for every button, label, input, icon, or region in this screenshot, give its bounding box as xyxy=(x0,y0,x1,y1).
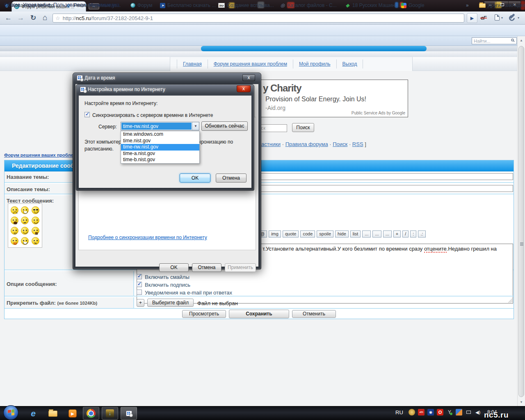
taskbar-explorer-icon[interactable] xyxy=(47,408,59,419)
extension-icon[interactable]: cF xyxy=(481,15,486,21)
bookmark-item[interactable]: Google xyxy=(401,2,425,8)
bookmark-star-icon[interactable]: ☆ xyxy=(55,15,60,21)
sync-checkbox-label[interactable]: Синхронизировать с сервером времени в Ин… xyxy=(92,112,213,118)
home-icon[interactable]: ⌂ xyxy=(43,11,47,24)
volume-icon[interactable]: ◀) xyxy=(475,409,481,415)
menu-item[interactable]: Мультимедиа xyxy=(89,2,119,8)
smileys-checkbox[interactable] xyxy=(137,274,142,279)
bb-button[interactable]: img xyxy=(269,231,281,237)
taskbar-ie-icon[interactable]: e xyxy=(27,408,39,419)
cancel-edit-button[interactable]: Отменить xyxy=(292,310,336,318)
network-activity-icon[interactable]: ◉ xyxy=(427,409,434,415)
smiley-laugh-icon[interactable] xyxy=(21,237,29,245)
nav-link-logout[interactable]: Выход xyxy=(337,59,363,68)
link-rss[interactable]: RSS xyxy=(352,141,363,147)
smiley-tongue-icon[interactable] xyxy=(11,237,18,245)
page-menu-caret-icon[interactable]: ▾ xyxy=(501,16,503,20)
taskbar-media-player-icon[interactable]: ▶ xyxy=(66,408,79,419)
ntp-close-icon[interactable]: x xyxy=(237,85,251,92)
bb-button[interactable]: ... xyxy=(362,231,371,237)
server-combobox[interactable]: time-nw.nist.gov ▼ xyxy=(121,122,199,130)
email-notify-checkbox-label[interactable]: Уведомления на e-mail при ответах xyxy=(145,290,232,296)
smiley-angry-icon[interactable] xyxy=(11,206,18,214)
server-option[interactable]: time.windows.com xyxy=(121,131,199,138)
smiley-smile-icon[interactable] xyxy=(21,227,29,235)
reload-icon[interactable]: ↻ xyxy=(30,12,36,24)
other-bookmarks-button[interactable]: Другие закладки xyxy=(479,2,525,8)
bookmark-item[interactable]: ➤Бесплатно скачать ... xyxy=(160,2,216,8)
datetime-apply-button[interactable]: Применить xyxy=(225,263,256,272)
find-input[interactable] xyxy=(472,37,517,44)
signature-checkbox-label[interactable]: Включить подпись xyxy=(145,282,190,288)
server-option[interactable]: time.nist.gov xyxy=(121,138,199,144)
taskbar-chrome-button[interactable] xyxy=(83,407,99,420)
smileys-checkbox-label[interactable]: Включить смайлы xyxy=(145,274,189,280)
choose-file-button[interactable]: Выберите файл xyxy=(147,299,194,307)
signature-checkbox[interactable] xyxy=(137,282,142,287)
add-file-button[interactable]: + xyxy=(137,299,144,307)
ntp-ok-button[interactable]: OK xyxy=(180,173,210,183)
smiley-wink-icon[interactable] xyxy=(32,217,39,224)
smiley-grin-icon[interactable] xyxy=(21,206,29,214)
smiley-smirk-icon[interactable] xyxy=(21,217,29,224)
bb-button[interactable]: .: xyxy=(418,231,425,237)
go-icon[interactable]: ▶ xyxy=(467,13,477,23)
sync-checkbox[interactable] xyxy=(84,112,90,117)
bookmark-item[interactable]: ◎Каталог файлов - С... xyxy=(280,2,337,8)
scroll-up-icon[interactable]: ▲ xyxy=(520,39,523,42)
save-button[interactable]: Сохранить xyxy=(229,310,289,318)
server-option[interactable]: time-a.nist.gov xyxy=(121,151,199,157)
bb-button[interactable]: / xyxy=(402,231,409,237)
menu-item[interactable]: Пользователи xyxy=(53,2,85,8)
bb-button[interactable]: quote xyxy=(283,231,299,237)
opera-icon[interactable]: O xyxy=(437,409,443,415)
bookmark-item[interactable]: ◆18 Русских Машин ... xyxy=(345,2,400,8)
scrollbar[interactable]: ▲ ▼ xyxy=(517,36,525,406)
smiley-scared-icon[interactable] xyxy=(11,217,18,224)
tray-app-icon[interactable] xyxy=(409,409,415,415)
email-notify-checkbox[interactable] xyxy=(137,290,142,295)
search-icon[interactable] xyxy=(511,39,514,41)
taskbar-datetime-button[interactable] xyxy=(121,407,137,420)
breadcrumb[interactable]: Форум решения ваших проблем xyxy=(4,153,76,158)
back-icon[interactable]: ← xyxy=(5,12,12,24)
chevron-down-icon[interactable]: ▼ xyxy=(192,122,199,130)
bookmark-item[interactable]: bizСоздание всплыва... xyxy=(218,2,274,8)
bookmark-item[interactable]: Форум xyxy=(130,2,152,8)
page-menu-icon[interactable] xyxy=(495,14,500,21)
link-rules[interactable]: Правила форума xyxy=(285,141,328,147)
security-icon[interactable] xyxy=(456,409,462,415)
bb-button[interactable]: code xyxy=(300,231,315,237)
smiley-neutral-icon[interactable] xyxy=(11,227,18,235)
datetime-cancel-button[interactable]: Отмена xyxy=(192,263,221,272)
preview-button[interactable]: Просмотреть xyxy=(182,310,226,318)
server-option-selected[interactable]: time-nw.nist.gov xyxy=(121,144,199,151)
bb-button[interactable]: ... xyxy=(372,231,381,237)
menu-item[interactable]: Общее xyxy=(4,2,20,8)
scroll-down-icon[interactable]: ▼ xyxy=(520,400,523,404)
link-search[interactable]: Поиск xyxy=(333,141,347,147)
nav-link-profile[interactable]: Мой профиль xyxy=(293,59,337,68)
nav-link-home[interactable]: Главная xyxy=(177,59,208,68)
smiley-surprised-icon[interactable] xyxy=(32,227,39,235)
bb-button[interactable]: spoile xyxy=(317,231,333,237)
bb-button[interactable]: ... xyxy=(383,231,392,237)
start-button[interactable] xyxy=(3,405,18,420)
datetime-close-icon[interactable]: x xyxy=(242,74,255,81)
smiley-wry-icon[interactable] xyxy=(32,237,39,245)
usb-icon[interactable]: Y xyxy=(446,409,453,415)
menu-item[interactable]: Управление xyxy=(23,2,50,8)
datetime-ok-button[interactable]: OK xyxy=(159,263,189,272)
ntp-cancel-button[interactable]: Отмена xyxy=(216,173,247,183)
bb-button[interactable]: hide xyxy=(335,231,349,237)
ati-icon[interactable]: ATI xyxy=(418,409,425,415)
wrench-menu-caret-icon[interactable]: ▾ xyxy=(518,16,519,20)
forum-search-button[interactable]: Поиск xyxy=(292,123,314,132)
scrollbar-thumb[interactable] xyxy=(518,46,524,397)
bookmarks-overflow-chevron[interactable]: » xyxy=(466,2,469,8)
forward-icon[interactable]: → xyxy=(17,12,24,24)
bb-button[interactable]: list xyxy=(350,231,361,237)
nav-link-forum[interactable]: Форум решения ваших проблем xyxy=(208,59,293,68)
server-option[interactable]: time-b.nist.gov xyxy=(121,157,199,163)
language-indicator[interactable]: RU xyxy=(395,409,403,415)
